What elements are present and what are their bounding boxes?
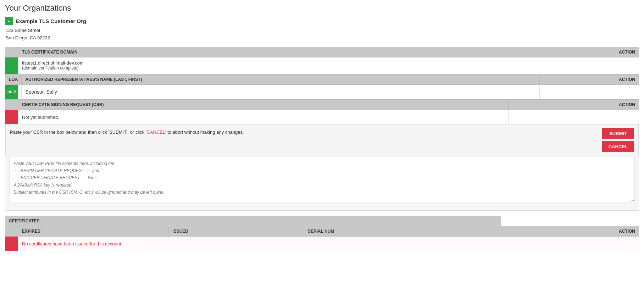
csr-textarea[interactable] [10, 156, 634, 202]
tls-domain-cell: tlstest1.direct.phimail-dev.com (domain … [18, 57, 480, 74]
table-row: No certificates have been issued for thi… [5, 236, 639, 251]
cert-col-expires: EXPIRES [18, 226, 169, 236]
cert-no-data-text: No certificates have been issued for thi… [22, 241, 122, 247]
csr-col-action: ACTION [508, 99, 639, 110]
loa-col-loa: LOA [5, 74, 22, 84]
org-address-line2: San Diego, CA 92222 [6, 34, 639, 42]
csr-instruction-after: ' to abort without making any changes. [165, 129, 244, 135]
tls-action-cell [480, 57, 639, 74]
table-row: IAL2 Sponsor, Sally [5, 84, 639, 99]
cert-status-bar [5, 237, 18, 251]
tls-col-action: ACTION [480, 47, 639, 57]
org-header: - Example TLS Customer Org [5, 17, 639, 25]
csr-textarea-wrapper [10, 156, 634, 203]
org-address: 123 Some Street San Diego, CA 92222 [6, 27, 639, 42]
loa-col-action: ACTION [540, 74, 639, 84]
csr-cancel-link-text: CANCEL [146, 129, 165, 135]
csr-status-text: Not yet submitted. [22, 115, 59, 120]
table-row: tlstest1.direct.phimail-dev.com (domain … [5, 57, 639, 74]
submit-button[interactable]: SUBMIT [602, 128, 634, 139]
cert-no-data-cell: No certificates have been issued for thi… [18, 236, 639, 251]
tls-domain-status: (domain verification complete) [22, 66, 476, 71]
tls-domain: tlstest1.direct.phimail-dev.com [22, 60, 476, 66]
tls-status-bar [5, 57, 18, 74]
page-title: Your Organizations [5, 4, 639, 13]
cert-section-header: CERTIFICATES [5, 216, 501, 226]
table-row: Not yet submitted. [5, 110, 639, 124]
csr-col-header: CERTIFICATE SIGNING REQUEST (CSR) [18, 99, 509, 110]
org-name: Example TLS Customer Org [16, 18, 86, 24]
csr-form-instruction-row: Paste your CSR in the box below and then… [5, 124, 639, 156]
loa-rep-name: Sponsor, Sally [25, 89, 57, 95]
cert-col-action: ACTION [501, 226, 639, 236]
loa-table: LOA AUTHORIZED REPRESENTATIVES'S NAME (L… [5, 74, 639, 99]
csr-instruction-text: Paste your CSR in the box below and then… [10, 128, 599, 135]
csr-instruction-before: Paste your CSR in the box below and then… [10, 129, 146, 135]
csr-table: CERTIFICATE SIGNING REQUEST (CSR) ACTION… [5, 99, 639, 124]
csr-status-cell: Not yet submitted. [18, 110, 509, 124]
cert-col-serial: SERIAL NUM [304, 226, 501, 236]
certificates-section: CERTIFICATES EXPIRES ISSUED SERIAL NUM A… [5, 216, 639, 251]
org-address-line1: 123 Some Street [6, 27, 639, 34]
loa-name-cell: Sponsor, Sally [22, 84, 540, 99]
tls-col-domain: TLS CERTIFICATE DOMAIN [18, 47, 480, 57]
csr-action-cell [508, 110, 639, 124]
cancel-button[interactable]: CANCEL [602, 141, 634, 152]
cert-col-issued: ISSUED [169, 226, 304, 236]
csr-status-bar [5, 110, 18, 124]
loa-level-badge: IAL2 [5, 85, 18, 99]
loa-action-cell [540, 84, 639, 99]
csr-action-buttons: SUBMIT CANCEL [602, 128, 634, 152]
loa-col-name: AUTHORIZED REPRESENTATIVES'S NAME (LAST,… [22, 74, 540, 84]
csr-form-section: Paste your CSR in the box below and then… [5, 124, 639, 211]
org-status-icon: - [5, 17, 13, 25]
tls-cert-table: TLS CERTIFICATE DOMAIN ACTION tlstest1.d… [5, 47, 639, 74]
